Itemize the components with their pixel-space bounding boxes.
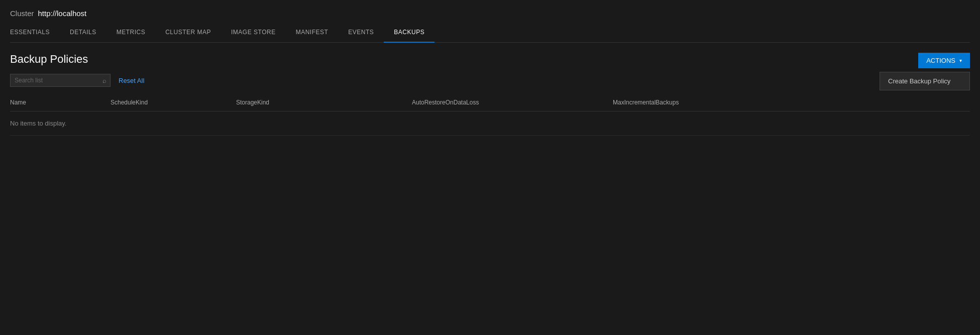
tab-cluster-map[interactable]: CLUSTER MAP	[155, 25, 221, 43]
tab-image-store[interactable]: IMAGE STORE	[221, 25, 286, 43]
tab-events[interactable]: EVENTS	[338, 25, 384, 43]
empty-message: No items to display.	[10, 111, 970, 136]
search-input[interactable]	[10, 74, 111, 87]
column-header-name: Name	[10, 97, 111, 108]
table-container: NameScheduleKindStorageKindAutoRestoreOn…	[10, 94, 970, 136]
content: Backup Policies ⌕ Reset All ACTIONS ▾ Cr…	[0, 43, 980, 146]
dropdown-item-create-backup-policy[interactable]: Create Backup Policy	[880, 72, 969, 90]
tab-metrics[interactable]: METRICS	[106, 25, 156, 43]
tab-backups[interactable]: BACKUPS	[384, 25, 434, 43]
search-container: ⌕	[10, 74, 111, 87]
page-title: Backup Policies	[10, 53, 970, 66]
chevron-down-icon: ▾	[959, 58, 962, 63]
tab-manifest[interactable]: MANIFEST	[286, 25, 339, 43]
column-header-storage-kind: StorageKind	[236, 97, 412, 108]
actions-dropdown: Create Backup Policy	[880, 72, 970, 90]
cluster-url: http://localhost	[38, 9, 87, 18]
header: Cluster http://localhost ESSENTIALSDETAI…	[0, 0, 980, 43]
actions-button[interactable]: ACTIONS ▾	[918, 53, 970, 68]
toolbar: ⌕ Reset All	[10, 74, 970, 87]
column-header-auto-restore: AutoRestoreOnDataLoss	[412, 97, 613, 108]
cluster-label: Cluster	[10, 9, 34, 18]
cluster-title: Cluster http://localhost	[10, 9, 970, 18]
column-header-max-incremental: MaxIncrementalBackups	[613, 97, 970, 108]
reset-all-button[interactable]: Reset All	[119, 77, 144, 84]
tab-essentials[interactable]: ESSENTIALS	[10, 25, 60, 43]
actions-label: ACTIONS	[926, 57, 955, 64]
column-header-schedule-kind: ScheduleKind	[111, 97, 236, 108]
table-header: NameScheduleKindStorageKindAutoRestoreOn…	[10, 94, 970, 111]
nav-tabs: ESSENTIALSDETAILSMETRICSCLUSTER MAPIMAGE…	[10, 25, 970, 43]
tab-details[interactable]: DETAILS	[60, 25, 106, 43]
